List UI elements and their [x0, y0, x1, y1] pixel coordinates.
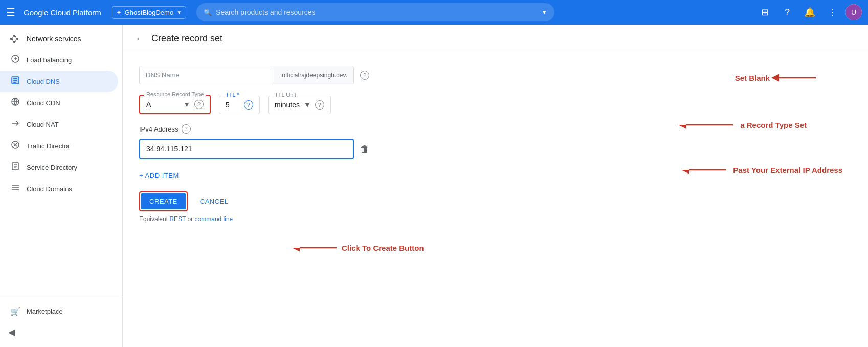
add-item-label: ADD ITEM [145, 171, 179, 179]
search-icon: 🔍 [204, 9, 212, 16]
project-selector[interactable]: ✦ GhostBlogDemo ▼ [112, 6, 186, 19]
external-ip-annotation: Past Your External IP Address [686, 165, 842, 175]
a-record-annotation: a Record Type Set [683, 120, 807, 130]
sidebar: Network services Load balancing Cloud DN… [0, 25, 123, 347]
collapse-icon: ◀ [8, 327, 15, 338]
resource-record-type-label: Resource Record Type [144, 91, 206, 97]
svg-rect-4 [13, 41, 15, 43]
sidebar-item-label: Service Directory [27, 164, 77, 171]
sidebar-header: Network services [0, 25, 122, 49]
create-arrow [297, 243, 338, 253]
ipv4-input-row: 🗑 [139, 139, 852, 159]
dns-name-container: .officialrajdeepsingh.dev. [139, 66, 354, 84]
svg-rect-13 [13, 78, 17, 79]
set-blank-arrow [776, 73, 817, 83]
svg-rect-2 [10, 38, 12, 40]
svg-rect-14 [13, 80, 17, 81]
dropdown-arrow-icon[interactable]: ▼ [183, 100, 190, 109]
cloud-cdn-icon [10, 97, 20, 109]
a-record-type-text: a Record Type Set [740, 121, 807, 129]
ttl-unit-help-icon[interactable]: ? [315, 100, 324, 110]
service-directory-icon [10, 162, 20, 173]
delete-ipv4-icon[interactable]: 🗑 [360, 144, 369, 155]
network-services-icon [8, 33, 20, 45]
sidebar-item-label: Traffic Director [27, 142, 70, 150]
ipv4-help-icon[interactable]: ? [182, 124, 191, 134]
main-layout: Network services Load balancing Cloud DN… [0, 25, 868, 347]
resource-record-type-group: Resource Record Type A ▼ ? [139, 95, 211, 114]
a-record-arrow [683, 120, 734, 130]
ttl-help-icon[interactable]: ? [244, 100, 253, 110]
record-fields-row: Resource Record Type A ▼ ? TTL * 5 ? [139, 95, 852, 114]
resource-record-type-field[interactable]: Resource Record Type A ▼ ? [139, 95, 211, 114]
add-item-icon: + [139, 171, 143, 179]
ttl-field[interactable]: TTL * 5 ? [219, 96, 260, 114]
more-options-icon[interactable]: ⋮ [823, 3, 841, 21]
ttl-unit-field[interactable]: TTL Unit minutes ▼ ? [268, 96, 331, 114]
command-line-link[interactable]: command line [195, 215, 233, 223]
rest-link[interactable]: REST [169, 215, 186, 223]
svg-line-9 [15, 39, 16, 42]
svg-rect-5 [16, 38, 18, 40]
svg-rect-3 [13, 35, 15, 37]
sidebar-item-service-directory[interactable]: Service Directory [0, 157, 118, 178]
ttl-unit-value: minutes [275, 101, 300, 109]
marketplace-icon: 🛒 [10, 307, 20, 316]
app-title: Google Cloud Platform [24, 8, 101, 17]
dns-name-help-icon[interactable]: ? [360, 71, 369, 80]
sidebar-item-label: Cloud Domains [27, 185, 72, 193]
cloud-dns-icon [10, 76, 20, 87]
grid-icon[interactable]: ⊞ [755, 3, 774, 21]
cancel-button[interactable]: CANCEL [196, 193, 233, 209]
ttl-unit-dropdown-arrow-icon[interactable]: ▼ [304, 101, 311, 109]
ttl-unit-label: TTL Unit [273, 92, 298, 98]
sidebar-item-cloud-nat[interactable]: Cloud NAT [0, 114, 118, 135]
sidebar-item-load-balancing[interactable]: Load balancing [0, 49, 118, 71]
sidebar-item-label: Cloud CDN [27, 99, 60, 107]
back-button[interactable]: ← [135, 33, 145, 45]
content-area: ← Create record set .officialrajdeepsing… [123, 25, 868, 347]
project-icon: ✦ [116, 9, 122, 16]
sidebar-item-marketplace[interactable]: 🛒 Marketplace [0, 301, 122, 321]
top-navigation: ☰ Google Cloud Platform ✦ GhostBlogDemo … [0, 0, 868, 25]
create-annotation: Click To Create Button [297, 243, 424, 253]
cloud-nat-icon [10, 119, 20, 130]
dns-suffix: .officialrajdeepsingh.dev. [274, 66, 353, 84]
search-bar[interactable]: 🔍 ▼ [196, 3, 554, 21]
sidebar-bottom: 🛒 Marketplace ◀ [0, 297, 122, 347]
svg-line-6 [12, 36, 13, 39]
page-title: Create record set [151, 33, 222, 44]
external-ip-arrow [686, 165, 727, 175]
ttl-value: 5 [226, 101, 240, 109]
search-input[interactable] [216, 8, 537, 16]
ipv4-input[interactable] [139, 139, 354, 159]
collapse-sidebar-button[interactable]: ◀ [0, 321, 122, 343]
sidebar-item-cloud-cdn[interactable]: Cloud CDN [0, 92, 118, 114]
avatar[interactable]: U [845, 4, 862, 20]
ttl-group: TTL * 5 ? [219, 96, 260, 114]
resource-record-type-value: A [146, 100, 179, 109]
sidebar-item-label: Load balancing [27, 56, 72, 64]
action-buttons: CREATE CANCEL [139, 191, 852, 211]
create-button[interactable]: CREATE [141, 193, 186, 209]
svg-rect-15 [13, 82, 16, 83]
sidebar-item-cloud-domains[interactable]: Cloud Domains [0, 178, 118, 200]
set-blank-text: Set Blank [735, 74, 770, 82]
create-button-wrapper: CREATE [139, 191, 188, 211]
search-chevron-icon: ▼ [541, 9, 547, 16]
resource-record-type-help-icon[interactable]: ? [194, 100, 204, 109]
sidebar-item-cloud-dns[interactable]: Cloud DNS [0, 71, 118, 92]
help-icon[interactable]: ? [778, 3, 796, 21]
ttl-unit-group: TTL Unit minutes ▼ ? [268, 96, 331, 114]
chevron-down-icon: ▼ [176, 10, 182, 15]
dns-name-input[interactable] [140, 66, 274, 84]
content-header: ← Create record set [123, 25, 868, 53]
equivalent-links: Equivalent REST or command line [139, 215, 852, 223]
external-ip-text: Past Your External IP Address [733, 166, 842, 175]
hamburger-menu-icon[interactable]: ☰ [6, 6, 15, 18]
cloud-domains-icon [10, 183, 20, 194]
set-blank-annotation: Set Blank [735, 73, 817, 83]
svg-text:U: U [851, 8, 856, 16]
sidebar-item-traffic-director[interactable]: Traffic Director [0, 135, 118, 157]
notifications-icon[interactable]: 🔔 [800, 3, 819, 21]
